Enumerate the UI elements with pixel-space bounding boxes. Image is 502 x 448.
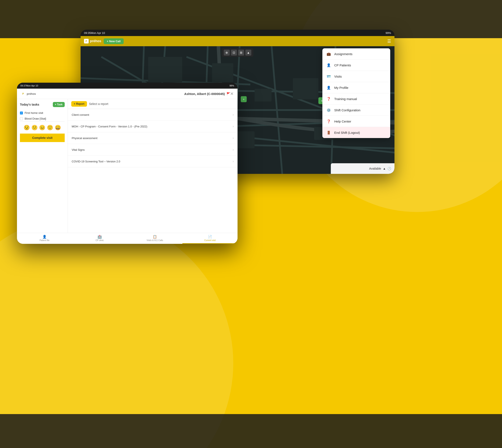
report-label-2: MOH - CP Program - Consent Form - Versio… <box>72 125 147 128</box>
front-logo-text: préhos <box>27 92 36 96</box>
menu-item-visits[interactable]: 🪪 Visits <box>322 71 390 82</box>
front-date: Mon Apr 10 <box>26 84 38 87</box>
mood-row: 😟 😕 😐 🙂 😄 <box>20 122 65 134</box>
mood-4[interactable]: 🙂 <box>47 125 53 131</box>
nav-patient-file[interactable]: 👤 Patient file <box>17 233 72 244</box>
map-ctrl-2[interactable]: ⊡ <box>231 50 237 56</box>
nav-current-visit-label: Current visit <box>204 239 215 241</box>
task-checkbox-2[interactable] <box>20 117 23 120</box>
report-label-4: Vital Signs <box>72 148 85 151</box>
map-ctrl-3[interactable]: ⊞ <box>238 50 244 56</box>
menu-label-shift-config: Shift Configuration <box>334 108 360 112</box>
tasks-header: Today's tasks + Task <box>20 102 65 107</box>
patient-flag-icon: 🚩 <box>227 92 230 96</box>
dropdown-menu: 💼 Assignments 👤 CP Patients 🪪 Visits 👤 M… <box>322 48 390 138</box>
add-task-plus: + <box>55 103 56 106</box>
back-battery: 99% <box>386 31 391 34</box>
svg-rect-17 <box>148 57 182 82</box>
report-item-5[interactable]: COVID-19 Screening Tool – Version 2.0 › <box>68 156 238 167</box>
location-button[interactable]: ⊕ <box>224 50 230 56</box>
menu-label-my-profile: My Profile <box>334 86 348 89</box>
svg-rect-20 <box>255 89 272 102</box>
help-icon: ❓ <box>326 119 331 124</box>
nav-current-visit[interactable]: 📄 Current visit <box>182 233 238 244</box>
back-logo-icon: P <box>84 39 89 44</box>
report-item-3[interactable]: Physical assessment › <box>68 132 238 144</box>
report-panel-title: Select a report <box>89 102 108 106</box>
add-report-label: Report <box>76 102 84 105</box>
report-panel: + Report Select a report Client consent … <box>68 99 238 233</box>
add-task-label: Task <box>57 103 63 106</box>
menu-item-training-manual[interactable]: ❓ Training manual <box>322 93 390 105</box>
add-task-button[interactable]: + Task <box>53 102 65 107</box>
briefcase-icon: 💼 <box>326 51 331 56</box>
hamburger-button[interactable]: ☰ <box>387 39 391 43</box>
add-report-button[interactable]: + Report <box>71 101 87 107</box>
back-toolbar: P préhos + New Call ☰ <box>81 36 394 46</box>
door-icon: 🚪 <box>326 130 331 135</box>
front-logo-icon: P <box>21 91 25 96</box>
chevron-icon-3: › <box>233 136 234 140</box>
task-item-1: ✓ First home visit <box>20 110 65 116</box>
nav-cp-clinic[interactable]: 🏥 CP clinic <box>72 233 127 244</box>
back-logo-text: préhos <box>90 39 101 43</box>
menu-label-cp-patients: CP Patients <box>334 64 351 67</box>
menu-item-cp-patients[interactable]: 👤 CP Patients <box>322 60 390 71</box>
nav-visits-calls-label: Visits & 911 Calls <box>146 239 163 241</box>
svg-rect-21 <box>293 78 318 99</box>
cp-clinic-icon: 🏥 <box>97 235 102 239</box>
report-label-1: Client consent <box>72 113 89 116</box>
chevron-icon-5: › <box>233 160 234 163</box>
svg-text:+: + <box>243 97 244 101</box>
menu-label-visits: Visits <box>334 75 342 78</box>
report-toolbar: + Report Select a report <box>68 99 238 109</box>
patient-name-text: Ashton, Albert (C-0000045) <box>184 92 225 96</box>
gear-icon: ⚙️ <box>326 108 331 112</box>
report-label-5: COVID-19 Screening Tool – Version 2.0 <box>72 160 120 163</box>
map-controls: ⊕ ⊡ ⊞ ▲ <box>222 48 253 57</box>
patient-name: Ashton, Albert (C-0000045) 🚩 <box>184 92 230 96</box>
nav-visits-calls[interactable]: 📋 Visits & 911 Calls <box>127 233 182 244</box>
front-logo: P préhos <box>21 91 36 96</box>
front-content: P préhos Ashton, Albert (C-0000045) 🚩 ✕ … <box>17 89 238 244</box>
menu-item-end-shift[interactable]: 🚪 End Shift (Logout) <box>322 127 390 138</box>
available-label: Available <box>369 167 381 170</box>
report-item-4[interactable]: Vital Signs › <box>68 144 238 156</box>
report-item-1[interactable]: Client consent › <box>68 109 238 121</box>
complete-visit-button[interactable]: Complete visit <box>20 134 65 142</box>
front-battery: 98% <box>229 84 234 87</box>
report-item-2[interactable]: MOH - CP Program - Consent Form - Versio… <box>68 121 238 132</box>
available-arrow-icon: ▲ <box>383 167 386 170</box>
menu-item-my-profile[interactable]: 👤 My Profile <box>322 82 390 93</box>
visits-calls-icon: 📋 <box>153 235 157 239</box>
mood-5[interactable]: 😄 <box>55 125 61 131</box>
add-report-plus: + <box>74 102 75 105</box>
task-label-2: Blood Draw [Stat] <box>25 117 46 120</box>
back-date: Mon Apr 10 <box>91 31 105 34</box>
person-circle-icon: 👤 <box>326 63 331 68</box>
new-call-button[interactable]: + New Call <box>104 38 123 44</box>
patient-file-icon: 👤 <box>42 235 47 239</box>
tablet-front: 09:37 Mon Apr 10 98% P préhos Ashton, Al… <box>17 83 238 244</box>
mood-1[interactable]: 😟 <box>24 125 30 131</box>
close-button[interactable]: ✕ <box>230 91 234 96</box>
menu-item-shift-configuration[interactable]: ⚙️ Shift Configuration <box>322 105 390 116</box>
menu-item-help-center[interactable]: ❓ Help Center <box>322 116 390 127</box>
nav-patient-file-label: Patient file <box>40 239 50 241</box>
menu-item-assignments[interactable]: 💼 Assignments <box>322 48 390 60</box>
alert-button[interactable]: ▲ <box>245 50 251 56</box>
back-time: 09:35 <box>84 31 91 34</box>
bottom-nav: 👤 Patient file 🏥 CP clinic 📋 Visits & 91… <box>17 233 238 244</box>
chevron-icon-1: › <box>233 113 234 117</box>
history-icon[interactable]: 🕐 <box>388 167 391 170</box>
person-badge-icon: 🪪 <box>326 74 331 79</box>
back-logo: P préhos <box>84 39 101 44</box>
task-checkbox-1[interactable]: ✓ <box>20 112 23 114</box>
svg-rect-18 <box>212 63 233 82</box>
report-label-3: Physical assessment <box>72 137 97 140</box>
tasks-sidebar: Today's tasks + Task ✓ First home visit … <box>17 99 68 233</box>
mood-2[interactable]: 😕 <box>31 125 38 131</box>
task-item-2: Blood Draw [Stat] <box>20 116 65 122</box>
mood-3[interactable]: 😐 <box>39 125 45 131</box>
nav-cp-clinic-label: CP clinic <box>96 239 104 241</box>
